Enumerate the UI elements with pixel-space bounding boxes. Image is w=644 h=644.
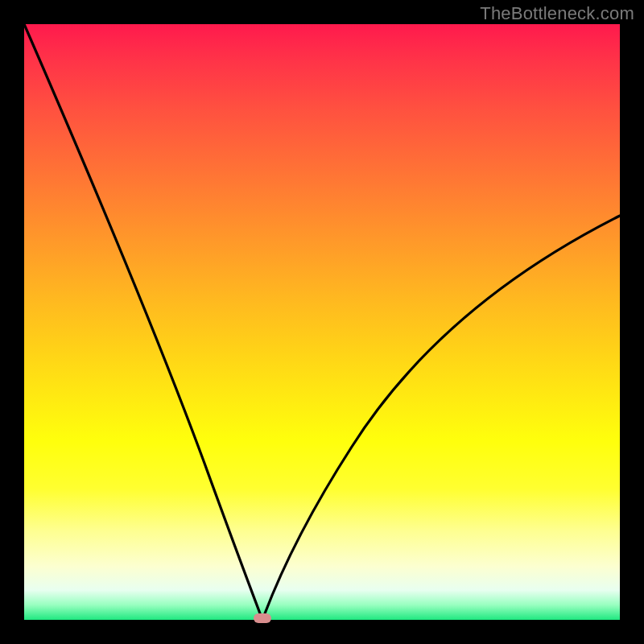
curve-right-branch — [262, 216, 620, 620]
watermark-text: TheBottleneck.com — [480, 3, 634, 24]
chart-frame: TheBottleneck.com — [0, 0, 644, 644]
optimum-marker — [254, 613, 271, 623]
bottleneck-curve — [24, 24, 620, 620]
curve-left-branch — [24, 24, 262, 620]
plot-area — [24, 24, 620, 620]
